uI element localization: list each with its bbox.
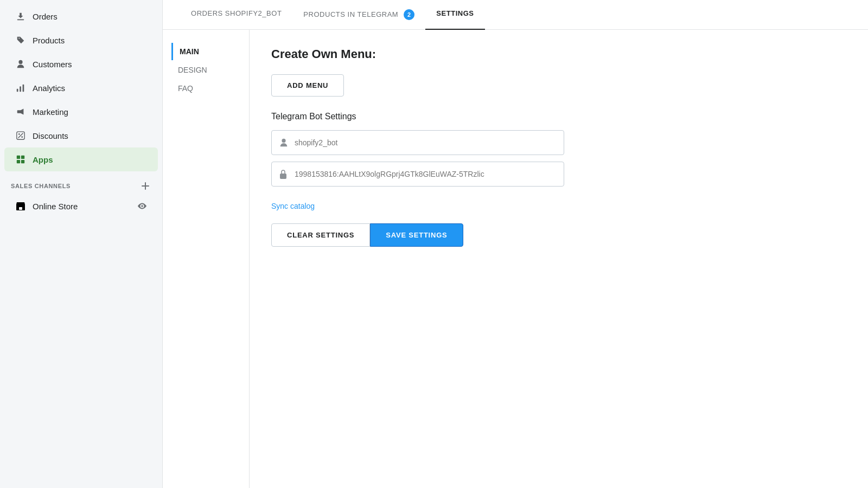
sidebar: Orders Products Customers Analytics — [0, 0, 163, 488]
token-input[interactable] — [271, 162, 564, 187]
sidebar-item-discounts[interactable]: Discounts — [4, 124, 158, 147]
megaphone-icon — [15, 106, 26, 117]
svg-rect-3 — [23, 85, 24, 92]
svg-rect-2 — [20, 86, 21, 92]
sidebar-label-discounts: Discounts — [33, 131, 68, 140]
sidebar-item-analytics[interactable]: Analytics — [4, 76, 158, 100]
svg-rect-12 — [280, 174, 286, 179]
tab-bar: ORDERS SHOPIFY2_BOT PRODUCTS IN TELEGRAM… — [163, 0, 868, 30]
sidebar-item-marketing[interactable]: Marketing — [4, 100, 158, 124]
svg-rect-9 — [17, 160, 20, 163]
svg-rect-7 — [17, 156, 20, 159]
clear-settings-button[interactable]: CLEAR SETTINGS — [271, 223, 370, 247]
side-nav-design[interactable]: DESIGN — [171, 61, 240, 79]
chart-icon — [15, 82, 26, 93]
save-settings-button[interactable]: SAVE SETTINGS — [370, 223, 463, 247]
online-store-label: Online Store — [33, 202, 131, 211]
side-nav-faq[interactable]: FAQ — [171, 80, 240, 97]
sidebar-label-apps: Apps — [33, 155, 53, 164]
svg-point-4 — [18, 133, 20, 135]
products-telegram-badge: 2 — [404, 9, 414, 20]
svg-point-5 — [21, 136, 23, 138]
svg-rect-0 — [17, 19, 24, 20]
settings-panel: Create Own Menu: ADD MENU Telegram Bot S… — [250, 30, 868, 488]
svg-rect-8 — [21, 156, 24, 159]
sidebar-item-online-store[interactable]: Online Store — [4, 195, 158, 217]
sidebar-item-apps[interactable]: Apps — [4, 147, 158, 171]
sync-catalog-link[interactable]: Sync catalog — [271, 202, 315, 210]
svg-rect-10 — [21, 160, 24, 163]
add-sales-channel-button[interactable] — [139, 180, 151, 192]
content-area: MAIN DESIGN FAQ Create Own Menu: ADD MEN… — [163, 30, 868, 488]
settings-side-nav: MAIN DESIGN FAQ — [163, 30, 250, 488]
tab-products-telegram[interactable]: PRODUCTS IN TELEGRAM 2 — [292, 1, 425, 30]
svg-rect-11 — [19, 207, 22, 210]
eye-icon[interactable] — [137, 201, 147, 211]
main-content: ORDERS SHOPIFY2_BOT PRODUCTS IN TELEGRAM… — [163, 0, 868, 488]
action-buttons: CLEAR SETTINGS SAVE SETTINGS — [271, 223, 846, 247]
username-input[interactable] — [271, 130, 564, 155]
sidebar-item-customers[interactable]: Customers — [4, 52, 158, 76]
sidebar-label-orders: Orders — [33, 12, 58, 21]
sidebar-label-analytics: Analytics — [33, 84, 65, 93]
tab-orders-bot[interactable]: ORDERS SHOPIFY2_BOT — [180, 1, 292, 30]
add-menu-button[interactable]: ADD MENU — [271, 74, 344, 97]
token-input-group — [271, 162, 846, 187]
sidebar-item-products[interactable]: Products — [4, 28, 158, 52]
sales-channels-section: SALES CHANNELS — [0, 171, 162, 195]
tag-icon — [15, 35, 26, 46]
lock-field-icon — [279, 169, 288, 179]
person-field-icon — [279, 138, 289, 147]
page-title: Create Own Menu: — [271, 47, 846, 61]
sidebar-label-marketing: Marketing — [33, 107, 68, 117]
svg-rect-1 — [17, 89, 18, 92]
apps-icon — [15, 154, 26, 165]
sidebar-item-orders[interactable]: Orders — [4, 4, 158, 28]
store-icon — [15, 201, 26, 211]
side-nav-main[interactable]: MAIN — [171, 43, 240, 60]
download-icon — [15, 11, 26, 22]
discount-icon — [15, 130, 26, 141]
person-icon — [15, 59, 26, 69]
sales-channels-label: SALES CHANNELS — [11, 183, 71, 189]
sidebar-label-customers: Customers — [33, 60, 72, 69]
telegram-section-title: Telegram Bot Settings — [271, 112, 846, 121]
tab-settings[interactable]: SETTINGS — [425, 1, 484, 30]
sidebar-label-products: Products — [33, 36, 65, 45]
username-input-group — [271, 130, 846, 155]
